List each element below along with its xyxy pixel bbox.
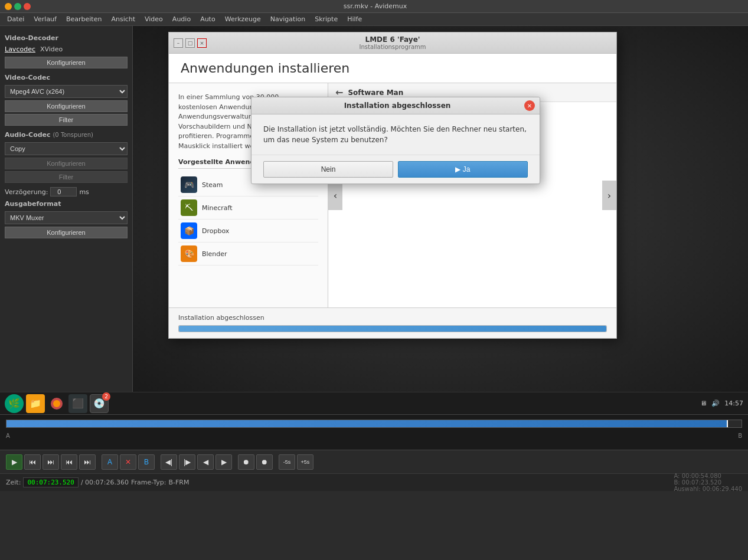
install-dialog-message: Die Installation ist jetzt vollständig. … (263, 124, 528, 145)
title-bar: ssr.mkv - Avidemux (0, 0, 748, 13)
installer-title-info: LMDE 6 'Faye' Installationsprogramm (209, 35, 576, 50)
timeline-cursor (727, 420, 728, 428)
menu-werkzeuge[interactable]: Werkzeuge (220, 14, 266, 24)
clear-button[interactable]: ✕ (120, 454, 136, 470)
list-item-blender[interactable]: 🎨 Blender (178, 243, 318, 266)
step-forward-button[interactable]: ▶ (215, 454, 232, 470)
audio-filter-btn[interactable]: Filter (5, 171, 128, 183)
plus-5-btn[interactable]: +5s (297, 454, 313, 470)
next-frame-button[interactable]: ⏭ (79, 454, 96, 470)
delay-input[interactable] (50, 187, 77, 197)
menu-bearbeiten[interactable]: Bearbeiten (61, 14, 106, 24)
taskbar-dvd-badge: 2 (102, 392, 110, 401)
go-start-button[interactable]: ◀| (161, 454, 177, 470)
window-controls[interactable] (5, 3, 31, 10)
blender-label: Blender (202, 250, 227, 258)
install-dialog-title: Installation abgeschlossen (270, 101, 524, 110)
screen-icon: 🖥 (700, 399, 707, 407)
installer-win-controls[interactable]: – □ × (174, 38, 209, 48)
menu-hilfe[interactable]: Hilfe (342, 14, 367, 24)
blender-icon: 🎨 (181, 245, 197, 262)
audio-codec-select[interactable]: Copy (5, 142, 128, 155)
dropbox-label: Dropbox (202, 227, 229, 235)
timeline-fill (6, 420, 727, 427)
installer-maximize-btn[interactable]: □ (185, 38, 195, 48)
video-codec-filter-btn[interactable]: Filter (5, 114, 128, 126)
rewind-button[interactable]: ⏮ (24, 454, 41, 470)
step-back-button[interactable]: ◀ (197, 454, 214, 470)
taskbar-firefox-icon[interactable] (47, 394, 66, 413)
decoder-lavcodec[interactable]: Lavcodec (5, 45, 35, 53)
minus-5-btn[interactable]: -5s (279, 454, 295, 470)
menu-ansicht[interactable]: Ansicht (106, 14, 140, 24)
play-button[interactable]: ▶ (6, 454, 22, 470)
installer-header: Anwendungen installieren (169, 54, 616, 83)
installer-footer: Installation abgeschlossen (169, 307, 616, 338)
list-item-minecraft[interactable]: ⛏ Minecraft (178, 197, 318, 220)
ab-label-b: B (738, 433, 742, 439)
record-btn-1[interactable]: ⏺ (238, 454, 254, 470)
dropbox-icon: 📦 (181, 222, 197, 239)
left-panel: Video-Decoder Lavcodec XVideo Konfigurie… (0, 26, 133, 392)
output-select[interactable]: MKV Muxer (5, 211, 128, 224)
video-codec-configure-btn[interactable]: Konfigurieren (5, 100, 128, 112)
label-b: B: (674, 479, 680, 486)
output-configure-btn[interactable]: Konfigurieren (5, 227, 128, 238)
taskbar-time: 14:57 (724, 399, 743, 407)
menu-auto[interactable]: Auto (195, 14, 220, 24)
delay-row: Verzögerung: ms (5, 187, 128, 197)
carousel-nav-left[interactable]: ‹ (328, 181, 342, 210)
output-select-row: MKV Muxer (5, 211, 128, 224)
marker-b-button[interactable]: B (138, 454, 155, 470)
frame-type-label: Frame-Typ: (131, 479, 166, 486)
prev-frame-button[interactable]: ⏮ (61, 454, 77, 470)
forward-button[interactable]: ⏭ (43, 454, 59, 470)
timeline-area: A B (0, 414, 748, 450)
go-end-button[interactable]: |▶ (179, 454, 195, 470)
installer-close-btn[interactable]: × (197, 38, 207, 48)
menu-audio[interactable]: Audio (168, 14, 195, 24)
marker-a-button[interactable]: A (102, 454, 118, 470)
maximize-button[interactable] (14, 3, 21, 10)
menu-navigation[interactable]: Navigation (266, 14, 310, 24)
minimize-button[interactable] (5, 3, 12, 10)
record-btn-2[interactable]: ⏺ (256, 454, 273, 470)
timeline-bar[interactable] (6, 420, 742, 428)
installer-subtitle: Installationsprogramm (209, 44, 576, 50)
menu-skripte[interactable]: Skripte (310, 14, 342, 24)
dialog-yes-btn[interactable]: ▶ Ja (398, 161, 528, 178)
video-codec-select[interactable]: Mpeg4 AVC (x264) (5, 85, 128, 98)
ab-label-a: A (6, 433, 10, 439)
window-title: ssr.mkv - Avidemux (31, 2, 720, 10)
progress-bar-container (178, 325, 607, 332)
taskbar-terminal-icon[interactable]: ⬛ (68, 394, 87, 413)
close-button[interactable] (24, 3, 31, 10)
time-a-row: A: 00:00:54.080 (674, 473, 742, 479)
menu-video[interactable]: Video (140, 14, 168, 24)
video-decoder-title: Video-Decoder (5, 34, 128, 42)
dialog-no-btn[interactable]: Nein (263, 161, 393, 178)
video-codec-select-row: Mpeg4 AVC (x264) (5, 85, 128, 98)
decoder-xvideo[interactable]: XVideo (40, 45, 63, 53)
software-manager-title: Software Man (348, 89, 403, 97)
installer-header-title: Anwendungen installieren (181, 61, 605, 76)
volume-icon: 🔊 (711, 399, 720, 407)
taskbar-dvd-icon[interactable]: 💿 2 (90, 394, 109, 413)
minecraft-icon: ⛏ (181, 199, 197, 216)
list-item-dropbox[interactable]: 📦 Dropbox (178, 220, 318, 243)
install-dialog-close-btn[interactable]: ✕ (524, 100, 535, 111)
selection-time: 00:06:29.440 (703, 486, 742, 492)
status-bar: Zeit: 00:07:23.520 / 00:07:26.360 Frame-… (0, 473, 748, 491)
taskbar-lmde-icon[interactable]: 🌿 (5, 394, 24, 413)
menu-verlauf[interactable]: Verlauf (29, 14, 61, 24)
carousel-nav-right[interactable]: › (602, 181, 616, 210)
installer-minimize-btn[interactable]: – (174, 38, 183, 48)
taskbar-files-icon[interactable]: 📁 (26, 394, 45, 413)
menu-datei[interactable]: Datei (2, 14, 29, 24)
minecraft-label: Minecraft (202, 204, 233, 212)
audio-configure-btn[interactable]: Konfigurieren (5, 158, 128, 169)
video-decoder-configure-btn[interactable]: Konfigurieren (5, 57, 128, 68)
current-time-value: 00:07:23.520 (23, 477, 78, 487)
output-format-title: Ausgabeformat (5, 200, 128, 208)
progress-bar-fill (179, 326, 606, 332)
